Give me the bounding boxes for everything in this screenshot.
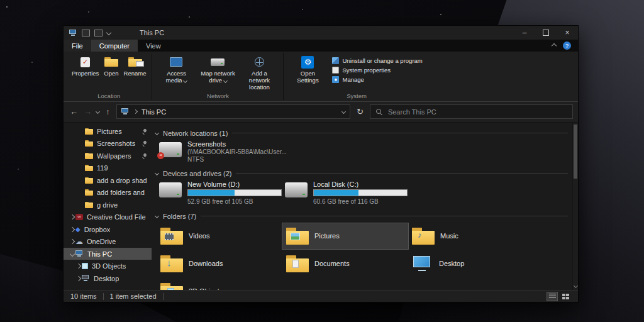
status-separator [103,293,104,300]
dropbox-icon: ◆ [75,226,80,233]
folder-3d-objects[interactable]: 3D Objects [157,279,282,290]
manage-button[interactable]: ● Manage [332,76,422,83]
qat-button-icon[interactable] [82,30,90,36]
properties-button[interactable]: ✓ Properties [69,53,101,79]
quick-access-toolbar [64,30,111,36]
scrollbar-thumb[interactable] [574,125,577,179]
folder-pictures[interactable]: Pictures [282,223,408,249]
open-settings-label: Open Settings [289,70,326,84]
section-collapse-chevron-icon[interactable] [155,131,159,135]
folder-downloads[interactable]: ↓ Downloads [157,251,282,277]
drive-new-volume-d[interactable]: New Volume (D:) 52.9 GB free of 105 GB [159,180,285,209]
search-input[interactable] [387,108,567,116]
open-settings-button[interactable]: ⚙ Open Settings [287,53,328,86]
section-header-network-locations[interactable]: Network locations (1) [155,130,568,137]
address-dropdown-chevron-icon[interactable] [341,109,346,114]
navigation-pane: Pictures Screenshots Wallpapers 119 [64,123,152,290]
folder-music[interactable]: ♪ Music [408,223,534,249]
group-label-location: Location [66,92,152,101]
forward-button[interactable]: → [82,107,93,116]
expand-chevron-icon[interactable] [69,214,74,219]
large-icons-view-icon [562,294,569,299]
network-location-screenshots[interactable]: × Screenshots (\\MACBOOKAIR-5B8A\Mac\Use… [159,140,568,167]
network-location-path: (\\MACBOOKAIR-5B8A\Mac\User... [187,148,287,155]
section-header-devices-and-drives[interactable]: Devices and drives (2) [155,170,568,177]
breadcrumb-chevron-icon[interactable] [133,109,138,114]
qat-customize-chevron-icon[interactable] [106,30,111,35]
breadcrumb-path[interactable]: This PC [142,108,166,116]
tab-computer[interactable]: Computer [91,40,138,52]
sidebar-item-g-drive[interactable]: g drive [64,199,152,211]
status-bar: 10 items 1 item selected [64,290,578,302]
explorer-window: This PC – × File Computer View ? ✓ [63,25,579,303]
uninstall-program-button[interactable]: Uninstall or change a program [332,57,422,64]
sidebar-item-creative-cloud-files[interactable]: ∞ Creative Cloud File [64,211,152,223]
sidebar-item-dropbox[interactable]: ◆ Dropbox [64,223,152,236]
recent-locations-chevron-icon[interactable] [96,109,100,114]
search-box[interactable] [370,104,573,119]
sidebar-item-this-pc[interactable]: This PC [64,248,152,260]
system-properties-button[interactable]: System properties [332,67,422,74]
folder-desktop[interactable]: Desktop [408,251,534,277]
expand-chevron-icon[interactable] [75,275,80,280]
rename-button[interactable]: Rename [121,53,149,79]
section-collapse-chevron-icon[interactable] [155,214,159,218]
sidebar-item-desktop[interactable]: Desktop [64,272,152,285]
expand-chevron-icon[interactable] [75,264,80,269]
sidebar-item-wallpapers[interactable]: Wallpapers [64,150,152,162]
tab-file[interactable]: File [64,40,91,52]
up-button[interactable]: ↑ [103,107,113,116]
sidebar-item-add-folders-and[interactable]: add folders and [64,186,152,199]
map-network-drive-button[interactable]: Map network drive [197,53,238,86]
ribbon-group-system: ⚙ Open Settings Uninstall or change a pr… [284,52,429,101]
minimize-button[interactable]: – [514,26,535,40]
open-button[interactable]: Open [101,53,121,79]
sidebar-item-add-a-drop-shad[interactable]: add a drop shad [64,174,152,187]
help-icon[interactable]: ? [563,42,571,50]
large-icons-view-button[interactable] [560,292,571,301]
folder-documents[interactable]: Documents [282,251,408,277]
back-button[interactable]: ← [69,107,79,116]
close-button[interactable]: × [557,26,578,40]
section-collapse-chevron-icon[interactable] [155,171,159,175]
details-view-button[interactable] [547,292,558,301]
expand-chevron-icon[interactable] [69,226,74,231]
3d-objects-folder-icon [160,283,183,290]
uninstall-icon [332,57,339,64]
refresh-button[interactable]: ↻ [357,107,364,116]
maximize-button[interactable] [535,26,557,40]
details-view-icon [549,294,556,299]
access-media-button[interactable]: Access media [155,53,197,86]
titlebar[interactable]: This PC – × [64,26,578,40]
main-area: Pictures Screenshots Wallpapers 119 [64,123,578,290]
section-header-folders[interactable]: Folders (7) [155,213,568,220]
section-rule [236,173,568,174]
close-icon: × [565,28,569,37]
capacity-bar [313,189,408,196]
3d-objects-icon [82,263,88,269]
collapse-chevron-icon[interactable] [69,251,74,256]
creative-cloud-icon: ∞ [75,214,83,220]
vertical-scrollbar[interactable] [572,123,578,290]
desktop-monitor-icon [412,255,433,272]
pin-icon [142,153,147,158]
section-rule [201,216,568,216]
qat-button-icon-2[interactable] [94,30,103,36]
add-network-location-button[interactable]: Add a network location [238,53,280,92]
network-location-icon [255,57,264,67]
address-bar[interactable]: This PC [116,104,350,119]
sidebar-item-pictures[interactable]: Pictures [64,125,152,138]
collapse-ribbon-icon[interactable] [552,43,557,48]
drive-local-disk-c[interactable]: Local Disk (C:) 60.6 GB free of 116 GB [285,180,411,209]
expand-chevron-icon[interactable] [69,239,74,244]
sidebar-item-119[interactable]: 119 [64,162,152,174]
network-location-name: Screenshots [187,140,287,148]
capacity-bar [187,189,282,196]
tab-view[interactable]: View [138,40,169,52]
sidebar-item-screenshots[interactable]: Screenshots [64,137,152,150]
sidebar-item-onedrive[interactable]: ☁ OneDrive [64,235,152,248]
sidebar-item-3d-objects[interactable]: 3D Objects [64,260,152,272]
network-drive-icon: × [159,142,182,157]
folder-videos[interactable]: Videos [157,223,282,249]
scrollbar-down-arrow-icon[interactable] [574,284,578,288]
